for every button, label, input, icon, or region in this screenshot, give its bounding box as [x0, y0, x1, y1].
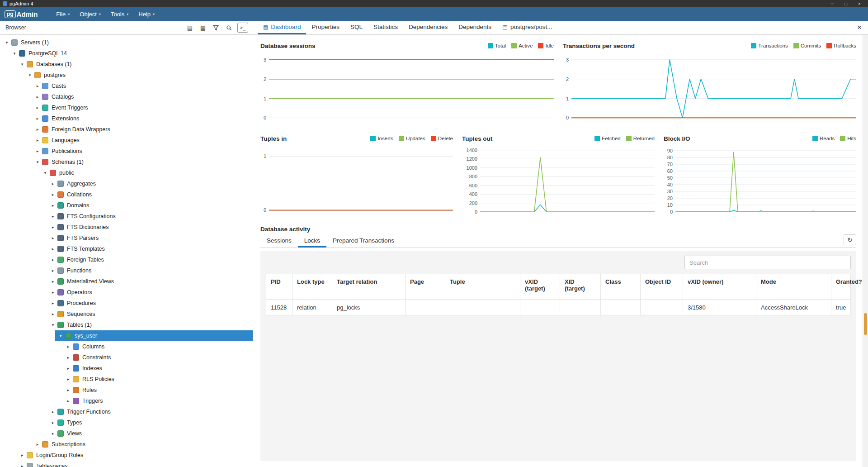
- tree-item-domains[interactable]: ▸Domains: [0, 200, 253, 211]
- column-header-class[interactable]: Class: [601, 274, 641, 300]
- search-icon[interactable]: [224, 23, 234, 33]
- chevron-down-icon[interactable]: ▾: [42, 171, 48, 175]
- search-input[interactable]: [684, 256, 851, 269]
- tree-item-trigger-functions[interactable]: ▸Trigger Functions: [0, 406, 253, 417]
- chevron-right-icon[interactable]: ▸: [50, 236, 56, 240]
- tree-item-types[interactable]: ▸Types: [0, 417, 253, 428]
- scrollbar-thumb[interactable]: [864, 313, 867, 335]
- menu-file[interactable]: File▾: [51, 9, 75, 20]
- column-header-tuple[interactable]: Tuple: [445, 274, 520, 300]
- tree-item-fts-templates[interactable]: ▸FTS Templates: [0, 243, 253, 254]
- tab-statistics[interactable]: Statistics: [368, 21, 403, 34]
- minimize-button[interactable]: ─: [826, 1, 839, 6]
- chevron-right-icon[interactable]: ▸: [50, 192, 56, 197]
- chevron-down-icon[interactable]: ▾: [34, 160, 41, 164]
- chevron-right-icon[interactable]: ▸: [65, 344, 71, 349]
- tree-item-fts-dictionaries[interactable]: ▸FTS Dictionaries: [0, 222, 253, 233]
- chevron-right-icon[interactable]: ▸: [50, 312, 56, 316]
- chevron-right-icon[interactable]: ▸: [50, 268, 56, 273]
- chevron-right-icon[interactable]: ▸: [34, 95, 41, 99]
- column-header-object-id[interactable]: Object ID: [641, 274, 683, 300]
- chevron-right-icon[interactable]: ▸: [65, 388, 71, 392]
- chevron-right-icon[interactable]: ▸: [34, 116, 41, 121]
- column-header-page[interactable]: Page: [406, 274, 445, 300]
- chevron-right-icon[interactable]: ▸: [19, 453, 25, 457]
- chevron-right-icon[interactable]: ▸: [34, 149, 41, 153]
- tree-item-foreign-tables[interactable]: ▸Foreign Tables: [0, 254, 253, 265]
- chevron-right-icon[interactable]: ▸: [19, 464, 25, 467]
- tree-item-languages[interactable]: ▸Languages: [0, 135, 253, 146]
- chevron-right-icon[interactable]: ▸: [50, 431, 56, 436]
- tree-item-extensions[interactable]: ▸Extensions: [0, 113, 253, 124]
- chevron-right-icon[interactable]: ▸: [34, 84, 41, 88]
- activity-tab-sessions[interactable]: Sessions: [260, 234, 298, 248]
- chevron-right-icon[interactable]: ▸: [50, 181, 56, 186]
- menu-help[interactable]: Help▾: [133, 9, 160, 20]
- refresh-icon[interactable]: ↻: [844, 234, 856, 245]
- chevron-right-icon[interactable]: ▸: [50, 290, 56, 295]
- tree-item-casts[interactable]: ▸Casts: [0, 81, 253, 91]
- column-header-pid[interactable]: PID: [266, 274, 292, 300]
- activity-tab-prepared-transactions[interactable]: Prepared Transactions: [326, 234, 401, 248]
- chevron-down-icon[interactable]: ▾: [57, 334, 64, 338]
- chevron-down-icon[interactable]: ▾: [11, 51, 18, 56]
- tab-dependents[interactable]: Dependents: [453, 21, 497, 34]
- tree-item-servers-1[interactable]: ▾Servers (1): [0, 37, 253, 48]
- grid-view-icon[interactable]: ▦: [198, 23, 208, 33]
- tab-dashboard[interactable]: ▤Dashboard: [258, 21, 306, 34]
- tree-item-procedures[interactable]: ▸Procedures: [0, 298, 253, 309]
- column-header-vxid-owner[interactable]: vXID (owner): [683, 274, 756, 300]
- tab-dependencies[interactable]: Dependencies: [403, 21, 453, 34]
- chevron-down-icon[interactable]: ▾: [4, 40, 10, 45]
- column-header-lock-type[interactable]: Lock type: [292, 274, 332, 300]
- tree-item-collations[interactable]: ▸Collations: [0, 189, 253, 200]
- tree-item-functions[interactable]: ▸Functions: [0, 265, 253, 276]
- tab-properties[interactable]: Properties: [306, 21, 345, 34]
- chevron-down-icon[interactable]: ▾: [19, 62, 25, 67]
- chevron-right-icon[interactable]: ▸: [34, 127, 41, 132]
- tree-item-triggers[interactable]: ▸Triggers: [0, 396, 253, 406]
- chevron-right-icon[interactable]: ▸: [50, 257, 56, 262]
- maximize-button[interactable]: □: [839, 1, 853, 6]
- tab-sql[interactable]: SQL: [345, 21, 368, 34]
- tree-item-views[interactable]: ▸Views: [0, 428, 253, 439]
- chevron-right-icon[interactable]: ▸: [50, 225, 56, 229]
- chevron-right-icon[interactable]: ▸: [50, 420, 56, 425]
- tree-item-aggregates[interactable]: ▸Aggregates: [0, 178, 253, 189]
- tree-item-materialized-views[interactable]: ▸Materialized Views: [0, 276, 253, 287]
- activity-tab-locks[interactable]: Locks: [298, 234, 326, 248]
- chevron-right-icon[interactable]: ▸: [50, 214, 56, 219]
- tree-item-tablespaces[interactable]: ▸Tablespaces: [0, 461, 253, 467]
- chevron-right-icon[interactable]: ▸: [34, 105, 41, 110]
- tree-item-rules[interactable]: ▸Rules: [0, 385, 253, 396]
- chevron-right-icon[interactable]: ▸: [34, 138, 41, 143]
- tree-item-operators[interactable]: ▸Operators: [0, 287, 253, 298]
- chevron-right-icon[interactable]: ▸: [50, 410, 56, 414]
- tree-item-publications[interactable]: ▸Publications: [0, 146, 253, 157]
- menu-object[interactable]: Object▾: [75, 9, 106, 20]
- chevron-right-icon[interactable]: ▸: [65, 399, 71, 403]
- tree-item-public[interactable]: ▾public: [0, 167, 253, 178]
- tree-item-sequences[interactable]: ▸Sequences: [0, 309, 253, 319]
- tree-item-fts-parsers[interactable]: ▸FTS Parsers: [0, 233, 253, 243]
- tree-item-constraints[interactable]: ▸Constraints: [0, 352, 253, 363]
- column-header-xid-target[interactable]: XID (target): [560, 274, 601, 300]
- menu-tools[interactable]: Tools▾: [106, 9, 133, 20]
- tree-item-login-group-roles[interactable]: ▸Login/Group Roles: [0, 450, 253, 461]
- chevron-right-icon[interactable]: ▸: [50, 247, 56, 251]
- tree-item-rls-policies[interactable]: ▸RLS Policies: [0, 374, 253, 385]
- vertical-scrollbar[interactable]: [863, 35, 868, 467]
- filter-icon[interactable]: [211, 23, 221, 33]
- chevron-down-icon[interactable]: ▾: [27, 73, 33, 77]
- tree-item-foreign-data-wrappers[interactable]: ▸Foreign Data Wrappers: [0, 124, 253, 135]
- column-header-vxid-target[interactable]: vXID (target): [520, 274, 560, 300]
- chevron-right-icon[interactable]: ▸: [65, 366, 71, 371]
- chevron-right-icon[interactable]: ▸: [50, 279, 56, 284]
- chevron-right-icon[interactable]: ▸: [50, 203, 56, 208]
- tree-item-fts-configurations[interactable]: ▸FTS Configurations: [0, 211, 253, 222]
- tree-item-columns[interactable]: ▸Columns: [0, 341, 253, 352]
- tree-item-catalogs[interactable]: ▸Catalogs: [0, 91, 253, 102]
- column-header-granted[interactable]: Granted?: [831, 274, 851, 300]
- close-button[interactable]: ×: [853, 1, 866, 6]
- tab-postgres-post[interactable]: postgres/post...: [497, 21, 557, 34]
